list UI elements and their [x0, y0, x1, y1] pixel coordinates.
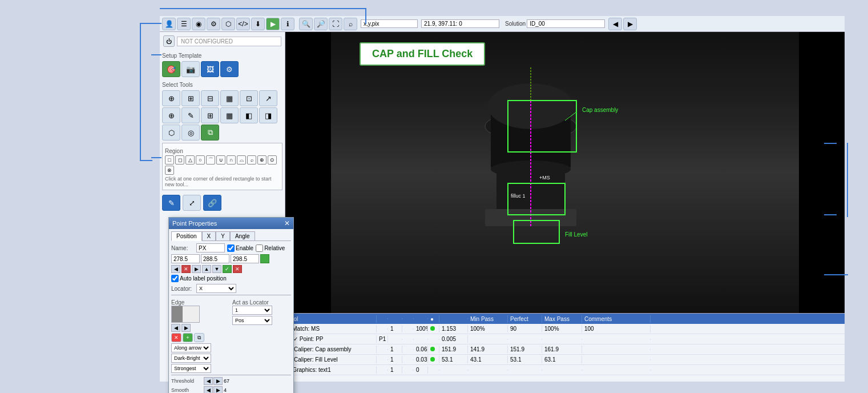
smooth-inc-btn[interactable]: ▶ [213, 386, 223, 393]
locator-select[interactable]: X Y [196, 284, 236, 293]
tool-btn-8[interactable]: ✎ [181, 107, 200, 123]
dialog-close-btn[interactable]: ✕ [284, 219, 290, 227]
auto-label-checkbox[interactable] [171, 275, 179, 282]
setup-btn-3[interactable]: 🖼 [201, 61, 219, 77]
tool-btn-11[interactable]: ◧ [240, 107, 258, 123]
name-label: Name: [171, 245, 194, 251]
toolbar-code-btn[interactable]: </> [236, 18, 250, 30]
toolbar-network-btn[interactable]: ⬡ [221, 18, 235, 30]
edge-left-btn[interactable]: ◀ [171, 324, 180, 332]
locator-label: Locator: [171, 286, 194, 292]
edit-btn[interactable]: ✎ [162, 195, 180, 211]
tool-btn-5[interactable]: ⊡ [240, 90, 258, 106]
toolbar-info-btn[interactable]: ℹ [281, 18, 294, 30]
toolbar-fit-btn[interactable]: ⛶ [329, 18, 342, 30]
link-btn[interactable]: 🔗 [203, 195, 221, 211]
act-locator-select[interactable]: 1 [232, 306, 272, 315]
toolbar-download-btn[interactable]: ⬇ [251, 18, 265, 30]
dialog-title: Point Properties ✕ [169, 218, 293, 229]
svg-text:filluc 1: filluc 1 [511, 193, 526, 199]
solution-value-input[interactable] [527, 19, 605, 28]
coord-y[interactable] [201, 254, 229, 263]
coord-z[interactable] [231, 254, 259, 263]
table-row[interactable]: ● Graphics: text1 1 0 [285, 365, 845, 375]
tool-btn-4[interactable]: ▦ [220, 90, 239, 106]
toolbar-zoom-in-btn[interactable]: 🔍 [299, 18, 313, 30]
tool-btn-1[interactable]: ⊕ [162, 90, 180, 106]
region-btn-3[interactable]: △ [185, 155, 195, 165]
nav-cancel2-btn[interactable]: ✕ [233, 265, 242, 273]
setup-btn-2[interactable]: 📷 [181, 61, 200, 77]
smooth-dec-btn[interactable]: ◀ [204, 386, 213, 393]
nav-confirm-btn[interactable]: ✓ [223, 265, 232, 273]
xy-value-input[interactable] [421, 19, 499, 28]
toolbar-eye-btn[interactable]: ◉ [192, 18, 205, 30]
edge-del-btn[interactable]: ✕ [171, 333, 181, 342]
enable-checkbox[interactable] [227, 244, 235, 252]
threshold-inc-btn[interactable]: ▶ [213, 377, 223, 385]
toolbar-arrow-left-btn[interactable]: ◀ [608, 18, 622, 30]
tab-x[interactable]: X [202, 231, 216, 240]
edge-add-btn[interactable]: + [183, 333, 193, 342]
table-row[interactable]: ⊞ Caliper: Fill Level 1 0.037 53.1 43.1 … [285, 355, 845, 365]
tool-btn-13[interactable]: ⬡ [162, 125, 180, 141]
strongest-select[interactable]: Strongest [171, 364, 211, 373]
tool-btn-14[interactable]: ◎ [181, 125, 200, 141]
region-btn-6[interactable]: ∪ [216, 155, 225, 165]
nav-dn-btn[interactable]: ▼ [212, 265, 221, 273]
coord-accept[interactable] [260, 254, 269, 263]
tool-btn-3[interactable]: ⊟ [201, 90, 219, 106]
tool-btn-12[interactable]: ◨ [259, 107, 277, 123]
pos-select[interactable]: Pos [232, 316, 272, 325]
td-comments [582, 370, 651, 371]
dark-bright-select[interactable]: Dark-Bright [171, 354, 211, 363]
tab-position[interactable]: Position [171, 231, 202, 241]
region-btn-12[interactable]: ⊗ [165, 166, 174, 175]
tool-btn-6[interactable]: ↗ [259, 90, 277, 106]
th-c3 [402, 318, 414, 319]
toolbar-play-btn[interactable]: ▶ [266, 18, 280, 30]
table-row[interactable]: ✓ Point: PP P1 0.005 [285, 334, 845, 344]
tab-y[interactable]: Y [216, 231, 230, 240]
resize-btn[interactable]: ⤢ [183, 195, 201, 211]
region-btn-9[interactable]: ⌕ [247, 155, 256, 165]
region-btn-8[interactable]: ⌓ [237, 155, 246, 165]
toolbar-settings-btn[interactable]: ⚙ [207, 18, 220, 30]
toolbar-arrow-right-btn[interactable]: ▶ [623, 18, 637, 30]
power-button[interactable]: ⏻ [163, 35, 175, 47]
tool-btn-15[interactable]: ⧉ [201, 125, 219, 141]
table-row[interactable]: ≡ Match: MS 1 100% 1.153 100% 90 100% 10… [285, 324, 845, 334]
setup-btn-4[interactable]: ⚙ [220, 61, 239, 77]
nav-up-btn[interactable]: ▲ [202, 265, 211, 273]
region-btn-5[interactable]: ⌒ [206, 155, 215, 165]
tab-angle[interactable]: Angle [230, 231, 255, 240]
region-btn-7[interactable]: ∩ [227, 155, 236, 165]
table-row[interactable]: ⊞ Caliper: Cap assembly 1 0.067 151.9 14… [285, 344, 845, 355]
tool-btn-7[interactable]: ⊕ [162, 107, 180, 123]
edge-right-btn[interactable]: ▶ [181, 324, 191, 332]
nav-fwd-btn[interactable]: ▶ [192, 265, 201, 273]
td-perfect: 53.1 [508, 356, 542, 363]
coord-x[interactable] [171, 254, 200, 263]
nav-back-btn[interactable]: ◀ [171, 265, 180, 273]
toolbar-zoom-out-btn[interactable]: 🔎 [314, 18, 328, 30]
region-btn-4[interactable]: ○ [196, 155, 205, 165]
along-arrow-select[interactable]: Along arrow [171, 343, 211, 352]
toolbar-search-btn[interactable]: ⌕ [344, 18, 357, 30]
threshold-dec-btn[interactable]: ◀ [204, 377, 213, 385]
toolbar-list-btn[interactable]: ☰ [177, 18, 191, 30]
tool-btn-2[interactable]: ⊞ [181, 90, 200, 106]
toolbar-people-btn[interactable]: 👤 [162, 18, 176, 30]
region-btn-2[interactable]: ◻ [175, 155, 184, 165]
region-btn-10[interactable]: ⊕ [257, 155, 267, 165]
td-name: ≡ Match: MS [285, 325, 377, 332]
tool-btn-10[interactable]: ▦ [220, 107, 239, 123]
relative-checkbox[interactable] [256, 244, 263, 252]
tool-btn-9[interactable]: ⊞ [201, 107, 219, 123]
region-btn-11[interactable]: ⊙ [268, 155, 277, 165]
edge-copy-btn[interactable]: ⧉ [194, 333, 204, 342]
setup-btn-1[interactable]: 🎯 [162, 61, 180, 77]
region-btn-1[interactable]: □ [165, 155, 174, 165]
nav-cancel-btn[interactable]: ✕ [181, 265, 191, 273]
name-input[interactable] [196, 243, 225, 252]
